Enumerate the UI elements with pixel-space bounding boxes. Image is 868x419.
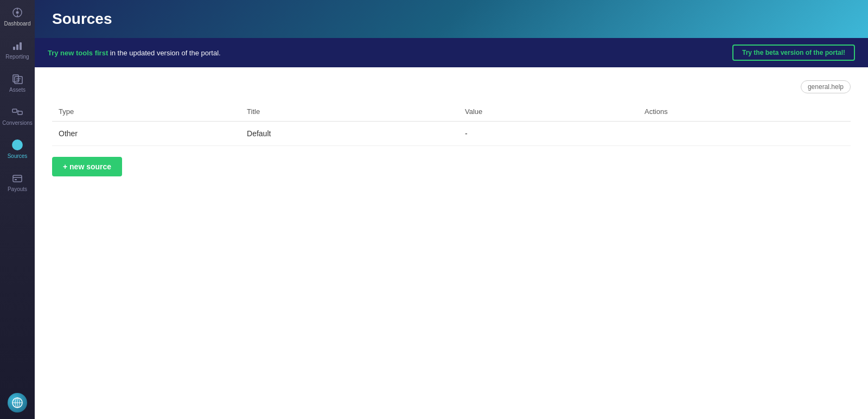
beta-highlight-text: Try new tools first: [48, 49, 108, 57]
sidebar-item-label: Dashboard: [4, 21, 31, 27]
page-title: Sources: [52, 10, 112, 28]
cell-type: Other: [52, 122, 240, 146]
page-header: Sources: [35, 0, 868, 38]
svg-rect-5: [16, 45, 18, 50]
help-row: general.help: [52, 80, 851, 93]
col-actions: Actions: [638, 102, 851, 122]
reporting-icon: [11, 40, 23, 52]
main-content: general.help Type Title Value Actions Ot…: [35, 67, 868, 419]
sidebar-item-label: Sources: [8, 153, 28, 159]
dashboard-icon: [11, 7, 23, 18]
svg-rect-4: [13, 47, 15, 50]
svg-point-1: [16, 11, 19, 14]
sidebar-item-payouts[interactable]: Payouts: [0, 166, 35, 199]
sidebar-item-assets[interactable]: Assets: [0, 66, 35, 99]
beta-version-button[interactable]: Try the beta version of the portal!: [732, 45, 855, 61]
sources-icon: [11, 139, 23, 151]
beta-banner-text: Try new tools first in the updated versi…: [48, 49, 221, 57]
table-header: Type Title Value Actions: [52, 102, 851, 122]
table-row: Other Default -: [52, 122, 851, 146]
col-value: Value: [458, 102, 638, 122]
cell-actions: [638, 122, 851, 146]
new-source-button[interactable]: + new source: [52, 157, 122, 176]
svg-rect-18: [15, 179, 17, 180]
col-title: Title: [240, 102, 458, 122]
sidebar: Dashboard Reporting Assets: [0, 0, 35, 419]
sources-table: Type Title Value Actions Other Default -: [52, 102, 851, 146]
beta-banner: Try new tools first in the updated versi…: [35, 38, 868, 67]
svg-rect-17: [13, 175, 22, 182]
main-area: Sources Try new tools first in the updat…: [35, 0, 868, 419]
sidebar-item-label: Reporting: [5, 54, 29, 60]
svg-rect-12: [18, 111, 22, 115]
svg-rect-11: [12, 109, 17, 112]
assets-icon: [11, 73, 23, 85]
beta-rest-text: in the updated version of the portal.: [108, 49, 220, 57]
sidebar-item-conversions[interactable]: Conversions: [0, 99, 35, 132]
cell-title: Default: [240, 122, 458, 146]
cell-value: -: [458, 122, 638, 146]
help-button[interactable]: general.help: [801, 80, 851, 93]
sidebar-item-sources[interactable]: Sources: [0, 132, 35, 166]
col-type: Type: [52, 102, 240, 122]
sidebar-item-label: Assets: [9, 87, 25, 93]
sidebar-item-dashboard[interactable]: Dashboard: [0, 0, 35, 33]
sidebar-item-label: Conversions: [2, 120, 33, 126]
bottom-globe-area: [8, 393, 27, 419]
sidebar-item-label: Payouts: [8, 186, 27, 192]
payouts-icon: [11, 172, 23, 184]
svg-rect-6: [20, 42, 22, 50]
conversions-icon: [11, 106, 23, 118]
sidebar-item-reporting[interactable]: Reporting: [0, 33, 35, 66]
bottom-globe-icon[interactable]: [8, 393, 27, 412]
table-body: Other Default -: [52, 122, 851, 146]
